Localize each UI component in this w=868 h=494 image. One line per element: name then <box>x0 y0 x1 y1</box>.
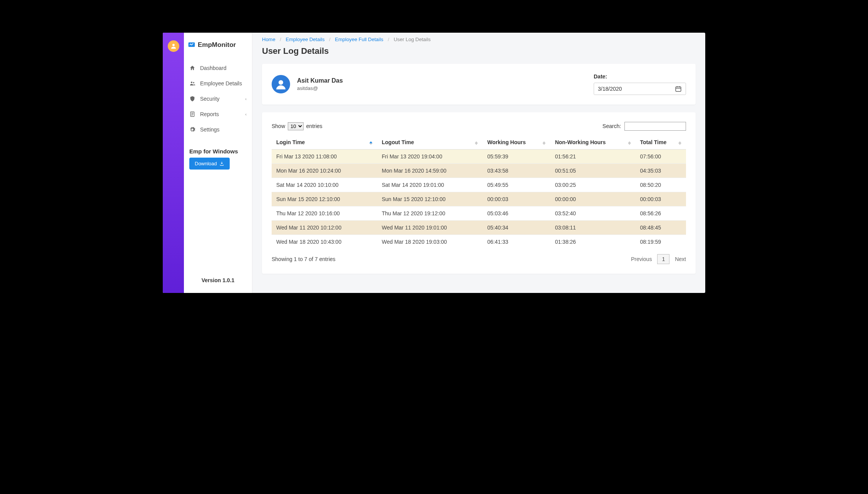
table-cell: 05:40:34 <box>482 221 550 235</box>
nav-label: Settings <box>200 126 220 133</box>
date-input[interactable] <box>598 86 675 92</box>
prev-button[interactable]: Previous <box>631 256 652 262</box>
table-cell: 01:38:26 <box>550 235 635 249</box>
next-button[interactable]: Next <box>675 256 686 262</box>
col-login-time[interactable]: Login Time <box>272 135 377 150</box>
download-title: Emp for Windows <box>189 148 247 155</box>
table-cell: 08:19:59 <box>636 235 686 249</box>
table-row[interactable]: Mon Mar 16 2020 10:24:00Mon Mar 16 2020 … <box>272 164 686 178</box>
table-cell: Sat Mar 14 2020 10:10:00 <box>272 178 377 192</box>
nav-employee-details[interactable]: Employee Details <box>184 76 252 91</box>
chevron-left-icon: ‹ <box>245 112 247 116</box>
svg-point-2 <box>191 82 192 83</box>
rail-avatar[interactable] <box>168 40 179 52</box>
table-row[interactable]: Sun Mar 15 2020 12:10:00Sun Mar 15 2020 … <box>272 192 686 206</box>
table-cell: 05:49:55 <box>482 178 550 192</box>
main-content: Home / Employee Details / Employee Full … <box>252 33 705 293</box>
table-cell: 06:41:33 <box>482 235 550 249</box>
calendar-icon[interactable] <box>675 85 682 92</box>
table-cell: Sun Mar 15 2020 12:10:00 <box>377 192 482 206</box>
col-working-hours[interactable]: Working Hours <box>482 135 550 150</box>
table-cell: Sat Mar 14 2020 19:01:00 <box>377 178 482 192</box>
nav-settings[interactable]: Settings <box>184 122 252 137</box>
entries-control: Show 10 entries <box>272 122 322 130</box>
logo-text: EmpMonitor <box>198 41 236 49</box>
table-cell: Mon Mar 16 2020 10:24:00 <box>272 164 377 178</box>
table-cell: Sun Mar 15 2020 12:10:00 <box>272 192 377 206</box>
home-icon <box>189 65 195 71</box>
col-total-time[interactable]: Total Time <box>636 135 686 150</box>
page-number[interactable]: 1 <box>657 254 669 264</box>
breadcrumb-employee-details[interactable]: Employee Details <box>286 37 325 42</box>
table-cell: 00:00:03 <box>636 192 686 206</box>
person-icon <box>170 43 177 50</box>
table-cell: 08:48:45 <box>636 221 686 235</box>
breadcrumb-employee-full-details[interactable]: Employee Full Details <box>335 37 384 42</box>
table-cell: 05:59:39 <box>482 150 550 164</box>
table-cell: Wed Mar 11 2020 10:12:00 <box>272 221 377 235</box>
col-nonworking-hours[interactable]: Non-Working Hours <box>550 135 635 150</box>
table-cell: 00:51:05 <box>550 164 635 178</box>
nav-security[interactable]: Security ‹ <box>184 91 252 106</box>
table-row[interactable]: Fri Mar 13 2020 11:08:00Fri Mar 13 2020 … <box>272 150 686 164</box>
table-row[interactable]: Sat Mar 14 2020 10:10:00Sat Mar 14 2020 … <box>272 178 686 192</box>
breadcrumb-current: User Log Details <box>394 37 431 42</box>
table-cell: 08:50:20 <box>636 178 686 192</box>
table-cell: 03:52:40 <box>550 206 635 221</box>
nav-dashboard[interactable]: Dashboard <box>184 60 252 76</box>
table-cell: Fri Mar 13 2020 19:04:00 <box>377 150 482 164</box>
svg-point-0 <box>172 44 175 46</box>
shield-icon <box>189 96 195 102</box>
breadcrumb-sep: / <box>388 37 389 42</box>
user-card: Asit Kumar Das asitdas@ Date: <box>262 64 696 105</box>
table-cell: Wed Mar 18 2020 10:43:00 <box>272 235 377 249</box>
sidebar: EmpMonitor Dashboard Employee Details Se… <box>184 33 252 293</box>
table-cell: 04:35:03 <box>636 164 686 178</box>
app-frame: EmpMonitor Dashboard Employee Details Se… <box>163 33 705 293</box>
page-title: User Log Details <box>262 46 696 56</box>
search-control: Search: <box>603 122 686 131</box>
table-row[interactable]: Thu Mar 12 2020 10:16:00Thu Mar 12 2020 … <box>272 206 686 221</box>
breadcrumb-home[interactable]: Home <box>262 37 275 42</box>
nav-reports[interactable]: Reports ‹ <box>184 106 252 122</box>
svg-point-3 <box>193 82 194 83</box>
nav-label: Security <box>200 96 220 102</box>
table-cell: 00:00:00 <box>550 192 635 206</box>
breadcrumb: Home / Employee Details / Employee Full … <box>262 33 696 46</box>
download-button[interactable]: Download <box>189 158 230 170</box>
table-row[interactable]: Wed Mar 11 2020 10:12:00Wed Mar 11 2020 … <box>272 221 686 235</box>
logo-icon <box>188 41 195 49</box>
logo[interactable]: EmpMonitor <box>184 33 252 57</box>
table-cell: Fri Mar 13 2020 11:08:00 <box>272 150 377 164</box>
nav-label: Employee Details <box>200 80 242 86</box>
search-label: Search: <box>603 123 621 129</box>
date-picker[interactable] <box>594 83 686 95</box>
breadcrumb-sep: / <box>329 37 331 42</box>
version-label: Version 1.0.1 <box>184 266 252 293</box>
document-icon <box>189 111 195 117</box>
table-cell: Thu Mar 12 2020 10:16:00 <box>272 206 377 221</box>
rail <box>163 33 184 293</box>
search-input[interactable] <box>624 122 686 131</box>
table-cell: 03:08:11 <box>550 221 635 235</box>
svg-point-8 <box>279 80 283 85</box>
table-cell: Wed Mar 18 2020 19:03:00 <box>377 235 482 249</box>
table-card: Show 10 entries Search: Login Time Logou… <box>262 112 696 274</box>
nav-label: Reports <box>200 111 219 117</box>
people-icon <box>189 80 195 86</box>
table-cell: 03:43:58 <box>482 164 550 178</box>
breadcrumb-sep: / <box>280 37 281 42</box>
table-cell: Thu Mar 12 2020 19:12:00 <box>377 206 482 221</box>
table-row[interactable]: Wed Mar 18 2020 10:43:00Wed Mar 18 2020 … <box>272 235 686 249</box>
col-logout-time[interactable]: Logout Time <box>377 135 482 150</box>
date-label: Date: <box>594 73 686 80</box>
download-icon <box>219 161 224 166</box>
pagination: Previous 1 Next <box>631 254 686 264</box>
table-cell: 07:56:00 <box>636 150 686 164</box>
log-table: Login Time Logout Time Working Hours Non… <box>272 135 686 249</box>
table-cell: 01:56:21 <box>550 150 635 164</box>
table-cell: 08:56:26 <box>636 206 686 221</box>
download-button-label: Download <box>195 161 217 166</box>
table-cell: Mon Mar 16 2020 14:59:00 <box>377 164 482 178</box>
page-size-select[interactable]: 10 <box>288 122 304 130</box>
